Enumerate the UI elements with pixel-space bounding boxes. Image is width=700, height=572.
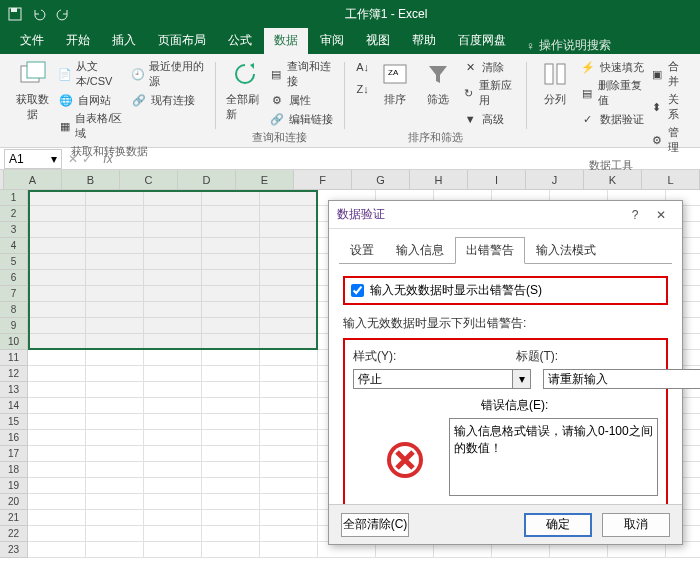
cell[interactable] — [144, 430, 202, 446]
row-header-22[interactable]: 22 — [0, 526, 28, 542]
dlg-tab-error-alert[interactable]: 出错警告 — [455, 237, 525, 264]
cell[interactable] — [260, 190, 318, 206]
refresh-all-button[interactable]: 全部刷新 — [226, 58, 264, 128]
clear-filter[interactable]: ✕清除 — [462, 58, 515, 76]
cell[interactable] — [86, 446, 144, 462]
col-header-A[interactable]: A — [4, 170, 62, 190]
row-header-11[interactable]: 11 — [0, 350, 28, 366]
cell[interactable] — [260, 382, 318, 398]
cell[interactable] — [86, 526, 144, 542]
cell[interactable] — [28, 286, 86, 302]
col-header-B[interactable]: B — [62, 170, 120, 190]
cell[interactable] — [28, 478, 86, 494]
cell[interactable] — [28, 446, 86, 462]
cell[interactable] — [144, 510, 202, 526]
cell[interactable] — [86, 542, 144, 558]
cell[interactable] — [28, 398, 86, 414]
cell[interactable] — [144, 238, 202, 254]
cell[interactable] — [86, 302, 144, 318]
edit-links[interactable]: 🔗编辑链接 — [269, 110, 333, 128]
cell[interactable] — [86, 254, 144, 270]
cell[interactable] — [144, 302, 202, 318]
col-header-F[interactable]: F — [294, 170, 352, 190]
tab-baidu[interactable]: 百度网盘 — [448, 28, 516, 54]
tab-data[interactable]: 数据 — [264, 28, 308, 54]
sort-za[interactable]: Z↓ — [355, 80, 371, 98]
col-header-E[interactable]: E — [236, 170, 294, 190]
existing-connections[interactable]: 🔗现有连接 — [131, 91, 205, 109]
row-header-4[interactable]: 4 — [0, 238, 28, 254]
cell[interactable] — [144, 366, 202, 382]
row-header-21[interactable]: 21 — [0, 510, 28, 526]
relationships[interactable]: ⬍关系 — [650, 91, 686, 123]
cell[interactable] — [202, 350, 260, 366]
cell[interactable] — [86, 334, 144, 350]
cell[interactable] — [202, 542, 260, 558]
cell[interactable] — [28, 494, 86, 510]
cell[interactable] — [202, 190, 260, 206]
cell[interactable] — [144, 318, 202, 334]
cell[interactable] — [202, 222, 260, 238]
cell[interactable] — [202, 494, 260, 510]
tab-insert[interactable]: 插入 — [102, 28, 146, 54]
enter-icon[interactable]: ✓ — [82, 152, 92, 166]
cell[interactable] — [260, 254, 318, 270]
cell[interactable] — [28, 430, 86, 446]
title-input[interactable] — [543, 369, 700, 389]
row-header-19[interactable]: 19 — [0, 478, 28, 494]
from-table[interactable]: ▦自表格/区域 — [58, 110, 125, 142]
cell[interactable] — [86, 366, 144, 382]
cell[interactable] — [86, 238, 144, 254]
cell[interactable] — [144, 350, 202, 366]
cell[interactable] — [260, 430, 318, 446]
cell[interactable] — [144, 526, 202, 542]
cell[interactable] — [144, 414, 202, 430]
cell[interactable] — [260, 238, 318, 254]
cell[interactable] — [202, 526, 260, 542]
tab-formulas[interactable]: 公式 — [218, 28, 262, 54]
sort-button[interactable]: ZA 排序 — [377, 58, 414, 128]
row-header-3[interactable]: 3 — [0, 222, 28, 238]
text-to-columns-button[interactable]: 分列 — [536, 58, 574, 156]
row-header-10[interactable]: 10 — [0, 334, 28, 350]
col-header-K[interactable]: K — [584, 170, 642, 190]
cell[interactable] — [202, 238, 260, 254]
cancel-icon[interactable]: ✕ — [68, 152, 78, 166]
cell[interactable] — [144, 446, 202, 462]
cell[interactable] — [260, 542, 318, 558]
cell[interactable] — [144, 542, 202, 558]
cell[interactable] — [86, 414, 144, 430]
cell[interactable] — [144, 334, 202, 350]
cell[interactable] — [260, 526, 318, 542]
cell[interactable] — [202, 382, 260, 398]
cell[interactable] — [260, 510, 318, 526]
cell[interactable] — [202, 302, 260, 318]
row-header-18[interactable]: 18 — [0, 462, 28, 478]
row-header-13[interactable]: 13 — [0, 382, 28, 398]
cell[interactable] — [260, 350, 318, 366]
row-header-17[interactable]: 17 — [0, 446, 28, 462]
cell[interactable] — [260, 462, 318, 478]
cell[interactable] — [260, 494, 318, 510]
cell[interactable] — [260, 206, 318, 222]
col-header-H[interactable]: H — [410, 170, 468, 190]
cell[interactable] — [202, 366, 260, 382]
cell[interactable] — [86, 318, 144, 334]
cell[interactable] — [28, 190, 86, 206]
cell[interactable] — [28, 382, 86, 398]
cell[interactable] — [260, 334, 318, 350]
cell[interactable] — [144, 254, 202, 270]
cell[interactable] — [144, 270, 202, 286]
clear-all-button[interactable]: 全部清除(C) — [341, 513, 409, 537]
cell[interactable] — [144, 286, 202, 302]
tab-home[interactable]: 开始 — [56, 28, 100, 54]
col-header-L[interactable]: L — [642, 170, 700, 190]
cell[interactable] — [144, 206, 202, 222]
cell[interactable] — [202, 510, 260, 526]
row-header-9[interactable]: 9 — [0, 318, 28, 334]
cell[interactable] — [260, 366, 318, 382]
col-header-J[interactable]: J — [526, 170, 584, 190]
row-header-23[interactable]: 23 — [0, 542, 28, 558]
cell[interactable] — [28, 254, 86, 270]
data-validation[interactable]: ✓数据验证 — [580, 110, 644, 128]
